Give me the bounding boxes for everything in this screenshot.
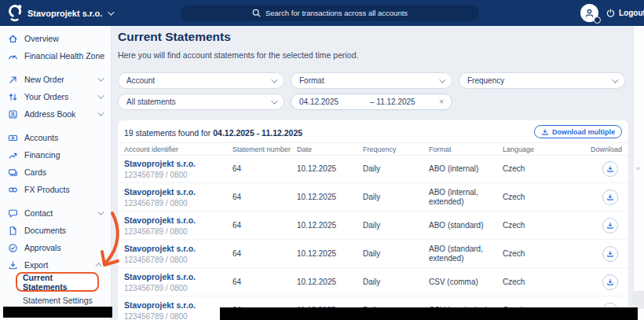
sidebar-item-your-orders[interactable]: Your Orders xyxy=(0,88,112,105)
company-selector[interactable]: Stavoprojekt s.r.o. xyxy=(27,0,112,26)
home-icon xyxy=(8,34,18,44)
right-strip-footer xyxy=(634,291,644,309)
statement-language: Czech xyxy=(503,221,525,230)
account-name-link[interactable]: Stavoprojekt s.r.o. xyxy=(124,187,196,197)
download-row-button[interactable] xyxy=(602,246,618,262)
clear-date-icon[interactable]: × xyxy=(439,97,444,106)
statement-number: 64 xyxy=(232,278,241,287)
sidebar-item-new-order[interactable]: New Order xyxy=(0,71,112,88)
arrow-up-right-icon xyxy=(8,75,18,85)
chain-links-icon xyxy=(8,185,18,195)
page-title: Current Statements xyxy=(118,30,231,44)
statement-frequency: Daily xyxy=(363,278,380,287)
download-icon xyxy=(606,193,614,201)
download-row-button[interactable] xyxy=(602,218,618,234)
column-header-frequency: Frequency xyxy=(363,145,397,153)
summary-prefix: 19 statements found for xyxy=(124,128,213,138)
sidebar-item-fx-products[interactable]: FX Products xyxy=(0,181,112,198)
account-filter-select[interactable]: Account xyxy=(118,72,284,89)
search-input[interactable]: Search for transactions across all accou… xyxy=(181,5,479,21)
sidebar-label: FX Products xyxy=(24,185,70,194)
account-name-link[interactable]: Stavoprojekt s.r.o. xyxy=(124,215,196,226)
results-summary: 19 statements found for 04.12.2025 - 11.… xyxy=(124,128,302,138)
user-avatar[interactable] xyxy=(580,4,598,22)
sidebar-sublabel: Current Statements xyxy=(23,273,97,292)
column-header-account: Account identifier xyxy=(124,145,178,153)
chevron-down-icon xyxy=(108,9,115,15)
sidebar-label: Documents xyxy=(24,226,66,235)
download-row-button[interactable] xyxy=(602,161,618,177)
account-number: 123456789 / 0800 xyxy=(124,227,196,237)
sidebar-label: Contact xyxy=(24,208,53,218)
download-icon xyxy=(8,260,18,270)
statement-number: 64 xyxy=(232,164,241,174)
sidebar-label: Export xyxy=(24,260,48,270)
statement-frequency: Daily xyxy=(363,221,380,230)
statement-date: 10.12.2025 xyxy=(297,193,336,202)
sidebar-subitem-statement-settings[interactable]: Statement Settings xyxy=(23,296,93,305)
column-header-language: Language xyxy=(503,145,534,153)
sidebar-label: Accounts xyxy=(24,133,58,142)
summary-range: 04.12.2025 - 11.12.2025 xyxy=(213,128,302,138)
sidebar-item-overview[interactable]: Overview xyxy=(0,30,112,47)
sidebar-label: Your Orders xyxy=(24,92,68,101)
account-number: 123456789 / 0800 xyxy=(124,171,196,180)
statement-frequency: Daily xyxy=(363,249,380,259)
statement-format: ABO (internal, extended) xyxy=(429,188,498,207)
download-row-button[interactable] xyxy=(602,274,618,290)
format-filter-select[interactable]: Format xyxy=(291,72,452,89)
download-multiple-button[interactable]: Download multiple xyxy=(534,125,622,138)
table-row: Stavoprojekt s.r.o.123456789 / 0800 64 1… xyxy=(118,183,628,211)
account-name-link[interactable]: Stavoprojekt s.r.o. xyxy=(124,300,196,311)
statement-date: 10.12.2025 xyxy=(297,278,336,287)
collapse-panel-icon[interactable]: « xyxy=(636,164,640,172)
date-from-value: 04.12.2025 xyxy=(299,97,364,106)
gauge-icon xyxy=(8,51,18,61)
download-icon xyxy=(606,165,614,173)
sidebar-item-cards[interactable]: Cards xyxy=(0,164,112,181)
account-name-link[interactable]: Stavoprojekt s.r.o. xyxy=(124,272,196,282)
sidebar-item-contact[interactable]: Contact xyxy=(0,204,112,222)
avatar-badge xyxy=(594,17,601,24)
frequency-filter-select[interactable]: Frequency xyxy=(459,72,625,89)
statement-frequency: Daily xyxy=(363,164,380,174)
sidebar-sublabel: Statement Settings xyxy=(23,296,93,305)
chevron-down-icon xyxy=(97,109,104,116)
redaction-bar-left xyxy=(3,307,112,318)
account-number: 123456789 / 0800 xyxy=(124,284,196,293)
document-icon xyxy=(8,226,18,236)
sidebar-item-address-book[interactable]: Address Book xyxy=(0,105,112,123)
growth-icon xyxy=(8,150,18,160)
date-range-input[interactable]: 04.12.2025 – 11.12.2025 × xyxy=(291,94,452,110)
sidebar-item-accounts[interactable]: Accounts xyxy=(0,129,112,146)
statements-filter-select[interactable]: All statements xyxy=(118,94,284,110)
logout-button[interactable]: Logout xyxy=(606,0,644,26)
statement-number: 64 xyxy=(232,221,241,230)
sidebar-item-approvals[interactable]: Approvals xyxy=(0,239,112,256)
sidebar-item-documents[interactable]: Documents xyxy=(0,222,112,239)
logout-label: Logout xyxy=(619,9,644,17)
sidebar-subitem-current-statements[interactable]: Current Statements xyxy=(16,272,99,292)
download-icon xyxy=(606,278,614,286)
date-to-value: – 11.12.2025 xyxy=(370,97,415,106)
chevron-down-icon xyxy=(97,92,104,98)
speech-bubble-icon xyxy=(8,208,18,219)
sidebar-item-financing[interactable]: Financing xyxy=(0,146,112,164)
page-subtitle: Here you will find account statements fo… xyxy=(118,50,358,60)
account-name-link[interactable]: Stavoprojekt s.r.o. xyxy=(124,244,196,254)
download-row-button[interactable] xyxy=(602,189,618,205)
table-row: Stavoprojekt s.r.o.123456789 / 0800 64 1… xyxy=(118,155,628,183)
sidebar-label: Address Book xyxy=(24,109,75,119)
format-filter-label: Format xyxy=(299,76,324,85)
chevron-down-icon xyxy=(271,97,277,104)
account-number: 123456789 / 0800 xyxy=(124,312,196,320)
george-logo-icon xyxy=(7,3,24,25)
sidebar-item-export[interactable]: Export xyxy=(0,256,112,274)
account-name-link[interactable]: Stavoprojekt s.r.o. xyxy=(124,159,196,169)
banknote-icon xyxy=(8,133,18,143)
sidebar-item-financial-health-zone[interactable]: Financial Health Zone xyxy=(0,47,112,64)
chevron-down-icon xyxy=(97,208,104,215)
chevron-down-icon xyxy=(97,75,104,81)
download-multiple-label: Download multiple xyxy=(552,128,615,136)
table-row: Stavoprojekt s.r.o.123456789 / 0800 64 1… xyxy=(118,240,628,268)
